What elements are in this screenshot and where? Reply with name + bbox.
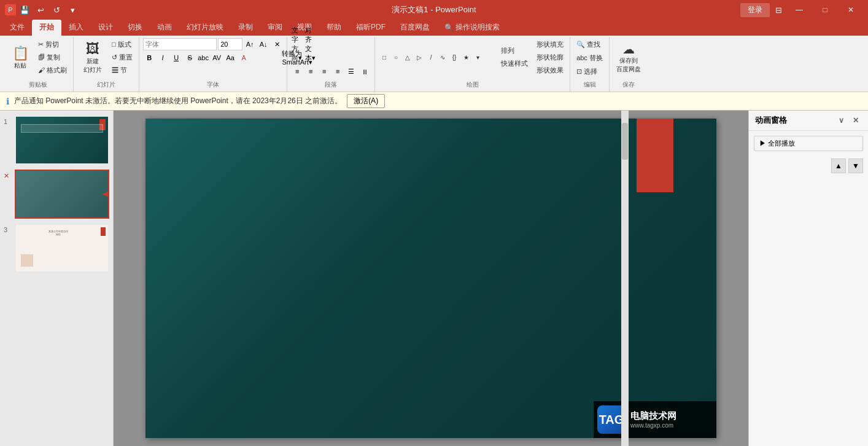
find-btn[interactable]: 🔍 查找 — [574, 38, 603, 50]
slides-panel: 1 ✕ 3 — [0, 111, 114, 446]
thumb3-text: 某某公司年度总结报告 — [21, 230, 96, 236]
tab-record[interactable]: 录制 — [231, 20, 260, 36]
text-shadow-btn[interactable]: abc — [197, 52, 209, 64]
slide-item-1[interactable]: 1 — [4, 115, 109, 165]
customize-btn[interactable]: ▾ — [66, 4, 79, 16]
bold-btn[interactable]: B — [143, 52, 155, 64]
decrease-font-btn[interactable]: A↓ — [257, 38, 269, 50]
shapes-grid: □ ○ △ ▷ / ∿ {} ★ ▾ — [379, 52, 495, 62]
tag-info: 电脑技术网 www.tagxp.com — [630, 410, 676, 429]
canvas-red-block — [637, 119, 673, 192]
ribbon-display-btn[interactable]: ⊟ — [772, 4, 785, 16]
shape-circle[interactable]: ○ — [390, 52, 401, 62]
columns-btn[interactable]: ⫼ — [358, 65, 371, 77]
app-icon: P — [5, 4, 16, 15]
paragraph-content: 文字方向▾ 对齐文本▾ 转换为SmartArt▾ ≡ ≡ ≡ ≡ ☰ ⫼ — [291, 38, 371, 79]
cut-button[interactable]: ✂ 剪切 — [36, 38, 69, 50]
shape-outline-btn[interactable]: 形状轮廓 — [534, 51, 566, 63]
move-up-btn[interactable]: ▲ — [831, 158, 846, 173]
tab-insert[interactable]: 插入 — [61, 20, 91, 36]
paragraph-label: 段落 — [325, 80, 337, 90]
tab-design[interactable]: 设计 — [91, 20, 120, 36]
tab-baidupan[interactable]: 百度网盘 — [393, 20, 437, 36]
new-slide-button[interactable]: 🖼 新建 幻灯片 — [77, 38, 108, 78]
shape-curve[interactable]: ∿ — [437, 52, 448, 62]
shape-more[interactable]: ▾ — [472, 52, 483, 62]
convert-smartart-btn[interactable]: 转换为SmartArt▾ — [291, 52, 303, 64]
collapse-panel-btn[interactable]: ∨ — [835, 114, 847, 127]
close-btn[interactable]: ✕ — [839, 0, 863, 20]
italic-btn[interactable]: I — [157, 52, 169, 64]
login-button[interactable]: 登录 — [740, 3, 770, 17]
slide-item-2[interactable]: ✕ — [4, 170, 109, 219]
ribbon-tabs: 文件 开始 插入 设计 切换 动画 幻灯片放映 录制 审阅 视图 帮助 福昕PD… — [0, 20, 868, 36]
play-all-button[interactable]: ▶ 全部播放 — [754, 136, 863, 151]
arrange-btn[interactable]: 排列 — [498, 45, 530, 57]
clear-format-btn[interactable]: ✕ — [271, 38, 283, 50]
copy-button[interactable]: 🗐 复制 — [36, 51, 69, 63]
quick-styles-btn[interactable]: 快速样式 — [498, 58, 530, 70]
undo-btn[interactable]: ↩ — [34, 4, 47, 16]
underline-btn[interactable]: U — [170, 52, 182, 64]
select-btn[interactable]: ⊡ 选择 — [574, 65, 600, 77]
font-name-input[interactable] — [143, 38, 217, 50]
minimize-btn[interactable]: — — [787, 0, 812, 20]
slide-thumb-2[interactable] — [15, 170, 109, 219]
shape-fill-btn[interactable]: 形状填充 — [534, 38, 566, 50]
font-row2: B I U S abc AV Aa A — [143, 52, 250, 64]
shape-triangle[interactable]: △ — [402, 52, 413, 62]
shape-bracket[interactable]: {} — [449, 52, 460, 62]
shape-line[interactable]: / — [425, 52, 436, 62]
tab-foxitpdf[interactable]: 福昕PDF — [349, 20, 393, 36]
save-to-baidu-label: 保存到 百度网盘 — [616, 57, 641, 74]
save-to-baidu-btn[interactable]: ☁ 保存到 百度网盘 — [613, 38, 644, 78]
section-button[interactable]: ☰ 节 — [109, 64, 135, 76]
tab-file[interactable]: 文件 — [2, 20, 32, 36]
slide-thumb-inner-2 — [16, 171, 108, 217]
redo-btn[interactable]: ↺ — [50, 4, 63, 16]
shape-arrow[interactable]: ▷ — [414, 52, 425, 62]
slide-thumb-1[interactable] — [15, 115, 109, 165]
maximize-btn[interactable]: □ — [813, 0, 837, 20]
font-size-input[interactable] — [218, 38, 242, 50]
replace-btn[interactable]: abc 替换 — [574, 52, 605, 64]
scroll-thumb[interactable] — [622, 123, 628, 160]
save-quick-btn[interactable]: 💾 — [18, 4, 31, 16]
paste-button[interactable]: 📋 粘贴 — [6, 38, 34, 78]
justify-btn[interactable]: ≡ — [331, 65, 344, 77]
font-row1: A↑ A↓ ✕ — [143, 38, 283, 50]
char-spacing-btn[interactable]: AV — [211, 52, 223, 64]
tab-help[interactable]: 帮助 — [319, 20, 349, 36]
slide-item-3[interactable]: 3 某某公司年度总结报告 — [4, 224, 109, 273]
group-slides: 🖼 新建 幻灯片 □ 版式 ↺ 重置 ☰ 节 幻灯片 — [74, 37, 139, 92]
tab-home[interactable]: 开始 — [32, 20, 61, 36]
font-color-btn[interactable]: A — [238, 52, 250, 64]
align-center-btn[interactable]: ≡ — [304, 65, 317, 77]
line-spacing-btn[interactable]: ☰ — [345, 65, 357, 77]
shape-rect[interactable]: □ — [379, 52, 390, 62]
move-down-btn[interactable]: ▼ — [848, 158, 863, 173]
format-painter-button[interactable]: 🖌 格式刷 — [36, 64, 69, 76]
shape-star[interactable]: ★ — [460, 52, 471, 62]
activate-button[interactable]: 激活(A) — [347, 94, 385, 108]
align-text-btn[interactable]: 对齐文本▾ — [304, 38, 317, 50]
strikethrough-btn[interactable]: S — [184, 52, 196, 64]
canvas-scrollbar[interactable] — [621, 111, 629, 446]
align-left-btn[interactable]: ≡ — [291, 65, 303, 77]
tab-transitions[interactable]: 切换 — [120, 20, 150, 36]
panel-controls: ∨ ✕ — [835, 114, 862, 127]
slide-canvas[interactable]: TAG 电脑技术网 www.tagxp.com — [145, 119, 716, 438]
tab-slideshow[interactable]: 幻灯片放映 — [179, 20, 231, 36]
text-dir-btn[interactable]: 文字方向▾ — [291, 38, 303, 50]
close-panel-btn[interactable]: ✕ — [850, 114, 862, 127]
slide-thumb-3[interactable]: 某某公司年度总结报告 — [15, 224, 109, 273]
tab-review[interactable]: 审阅 — [260, 20, 290, 36]
case-btn[interactable]: Aa — [224, 52, 236, 64]
increase-font-btn[interactable]: A↑ — [244, 38, 256, 50]
tab-animations[interactable]: 动画 — [150, 20, 179, 36]
shape-effects-btn[interactable]: 形状效果 — [534, 64, 566, 76]
align-right-btn[interactable]: ≡ — [318, 65, 330, 77]
tab-search[interactable]: 🔍 操作说明搜索 — [437, 20, 507, 36]
layout-button[interactable]: □ 版式 — [109, 38, 135, 50]
reset-button[interactable]: ↺ 重置 — [109, 51, 135, 63]
